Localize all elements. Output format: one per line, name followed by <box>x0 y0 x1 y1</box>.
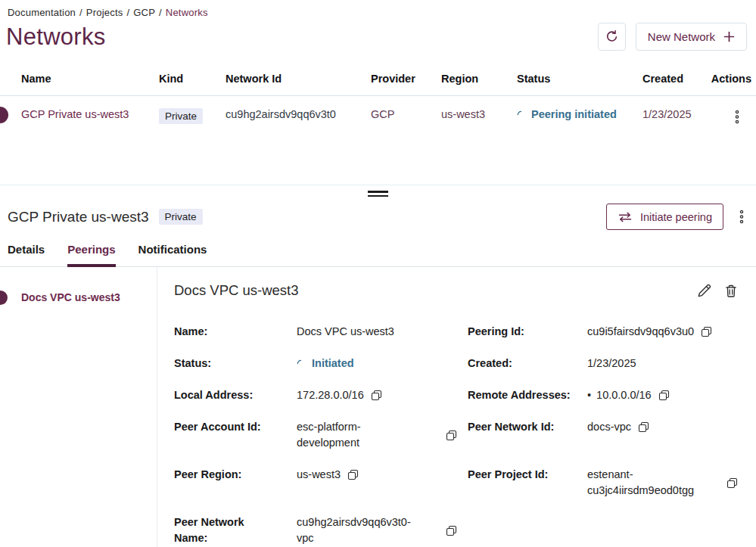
initiate-peering-label: Initiate peering <box>640 211 712 223</box>
breadcrumb-gcp[interactable]: GCP <box>133 7 155 18</box>
breadcrumb-current-networks: Networks <box>166 7 208 18</box>
field-label-peering-id: Peering Id: <box>468 324 587 340</box>
network-type-icon <box>0 107 8 123</box>
field-label-created: Created: <box>468 356 587 371</box>
page-title: Networks <box>6 23 106 51</box>
field-value-peer-region: us-west3 <box>297 467 468 483</box>
field-value-peer-project-id: estenant-cu3jc4iirsdm9eod0tgg <box>587 467 748 499</box>
network-id-cell: cu9hg2airsdv9qq6v3t0 <box>226 96 371 127</box>
copy-icon[interactable] <box>446 525 457 536</box>
column-header-region: Region <box>441 67 517 96</box>
column-header-network-id: Network Id <box>226 67 371 96</box>
spinner-icon <box>517 110 525 119</box>
initiate-peering-button[interactable]: Initiate peering <box>606 204 723 230</box>
field-label-peer-project-id: Peer Project Id: <box>468 467 587 483</box>
row-actions-cell <box>711 96 756 127</box>
table-header-row: Name Kind Network Id Provider Region Sta… <box>0 67 756 96</box>
field-label-peer-region: Peer Region: <box>174 467 297 483</box>
new-network-button[interactable]: New Network <box>636 23 747 51</box>
field-label-name: Name: <box>174 324 297 340</box>
column-header-created: Created <box>642 67 711 96</box>
field-value-peer-network-id: docs-vpc <box>587 419 748 435</box>
peerings-sidebar: Docs VPC us-west3 <box>0 267 157 547</box>
breadcrumb-separator: / <box>79 7 82 18</box>
detail-kebab-menu-button[interactable] <box>736 208 747 225</box>
status-text: Peering initiated <box>531 108 617 120</box>
provider-cell: GCP <box>371 96 441 127</box>
field-label-peer-account-id: Peer Account Id: <box>174 419 297 435</box>
column-header-kind: Kind <box>159 67 226 96</box>
field-label-peer-network-name: Peer Network Name: <box>174 514 265 546</box>
refresh-button[interactable] <box>598 23 626 51</box>
network-detail-pane: GCP Private us-west3 Private Initiate pe… <box>0 202 756 547</box>
networks-table: Name Kind Network Id Provider Region Sta… <box>0 67 756 126</box>
edit-button[interactable] <box>696 283 712 299</box>
sidebar-item-label: Docs VPC us-west3 <box>21 291 120 303</box>
copy-icon[interactable] <box>701 326 712 337</box>
breadcrumb-separator: / <box>159 7 162 18</box>
networks-list-pane: Documentation/Projects/GCP/Networks Netw… <box>0 0 756 185</box>
detail-tabs: Details Peerings Notifications <box>0 243 756 267</box>
tab-notifications[interactable]: Notifications <box>138 243 207 266</box>
row-kebab-menu-button[interactable] <box>732 108 742 126</box>
field-value-remote-addresses: • 10.0.0.0/16 <box>587 387 748 403</box>
breadcrumb: Documentation/Projects/GCP/Networks <box>0 0 756 18</box>
copy-icon[interactable] <box>638 421 649 433</box>
column-header-name: Name <box>0 67 159 96</box>
tab-details[interactable]: Details <box>8 243 45 266</box>
field-value-peering-id: cu9i5fairsdv9qq6v3u0 <box>587 324 748 340</box>
field-value-created: 1/23/2025 <box>587 356 748 371</box>
sidebar-item-docs-vpc[interactable]: Docs VPC us-west3 <box>0 290 157 305</box>
pencil-icon <box>696 283 712 299</box>
peering-fields: Name: Docs VPC us-west3 Peering Id: cu9i… <box>174 324 748 547</box>
pane-resize-handle[interactable] <box>0 185 756 202</box>
detail-kind-badge: Private <box>159 209 203 225</box>
delete-button[interactable] <box>723 283 739 299</box>
field-value-peer-account-id: esc-platform-development <box>297 419 468 451</box>
status-cell: Peering initiated <box>517 96 642 127</box>
peering-type-icon <box>0 291 8 305</box>
created-cell: 1/23/2025 <box>642 96 711 127</box>
field-label-remote-addresses: Remote Addresses: <box>468 387 587 403</box>
region-cell: us-west3 <box>441 96 517 127</box>
peering-title: Docs VPC us-west3 <box>174 282 299 299</box>
copy-icon[interactable] <box>658 390 670 401</box>
swap-arrows-icon <box>618 212 633 222</box>
field-label-local-address: Local Address: <box>174 387 297 403</box>
field-value-name: Docs VPC us-west3 <box>297 324 468 340</box>
column-header-provider: Provider <box>371 67 441 96</box>
copy-icon[interactable] <box>446 430 457 441</box>
trash-icon <box>723 283 739 299</box>
peering-detail-panel: Docs VPC us-west3 <box>157 267 756 547</box>
spinner-icon <box>297 359 305 368</box>
bullet: • <box>587 387 591 403</box>
detail-title: GCP Private us-west3 <box>8 209 149 225</box>
field-value-local-address: 172.28.0.0/16 <box>297 387 468 403</box>
column-header-status: Status <box>517 67 642 96</box>
refresh-icon <box>605 30 619 44</box>
field-label-peer-network-id: Peer Network Id: <box>468 419 587 435</box>
breadcrumb-documentation[interactable]: Documentation <box>8 7 76 18</box>
field-value-peer-network-name: cu9hg2airsdv9qq6v3t0-vpc <box>297 514 468 546</box>
tab-peerings[interactable]: Peerings <box>67 243 115 267</box>
kind-badge: Private <box>159 108 203 124</box>
breadcrumb-projects[interactable]: Projects <box>86 7 123 18</box>
plus-icon <box>723 31 735 42</box>
copy-icon[interactable] <box>726 477 738 489</box>
breadcrumb-separator: / <box>126 7 129 18</box>
network-kind-cell: Private <box>159 96 226 127</box>
table-row: GCP Private us-west3 Private cu9hg2airsd… <box>0 96 756 127</box>
column-header-actions: Actions <box>711 67 756 96</box>
network-name-link[interactable]: GCP Private us-west3 <box>0 96 159 127</box>
field-label-status: Status: <box>174 356 297 371</box>
copy-icon[interactable] <box>371 390 382 401</box>
copy-icon[interactable] <box>347 469 359 480</box>
new-network-label: New Network <box>648 30 715 43</box>
field-value-status: Initiated <box>297 356 468 371</box>
